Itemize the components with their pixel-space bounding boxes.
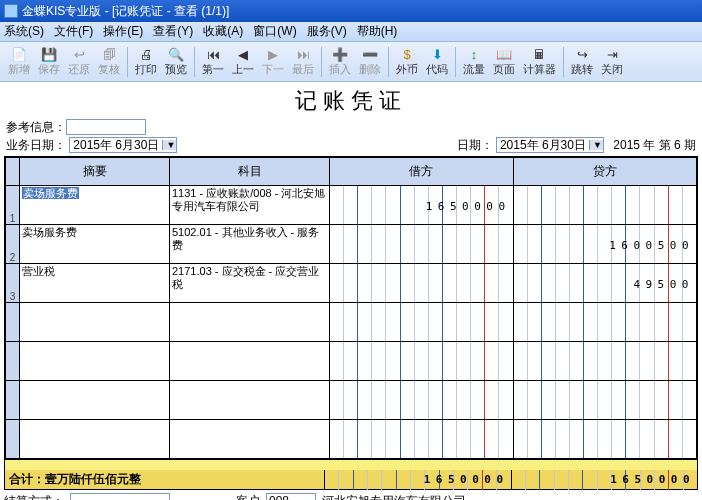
cell-account[interactable] xyxy=(170,381,330,420)
tb-recover: 🗐复核 xyxy=(94,44,124,80)
cell-debit[interactable] xyxy=(330,264,514,303)
tb-page[interactable]: 📖页面 xyxy=(489,44,519,80)
col-credit: 贷方 xyxy=(513,158,697,186)
tb-insert: ➕插入 xyxy=(325,44,355,80)
page-icon: 📖 xyxy=(496,46,512,62)
row-num: 1 xyxy=(6,186,20,225)
chevron-down-icon: ▼ xyxy=(589,140,603,150)
cell-debit[interactable] xyxy=(330,225,514,264)
tb-delete: ➖删除 xyxy=(355,44,385,80)
tb-flow[interactable]: ↕流量 xyxy=(459,44,489,80)
menu-file[interactable]: 文件(F) xyxy=(54,23,93,40)
cell-credit[interactable] xyxy=(513,381,697,420)
tb-first[interactable]: ⏮第一 xyxy=(198,44,228,80)
settle-method-input[interactable] xyxy=(70,493,170,500)
row-num xyxy=(6,303,20,342)
tb-new: 📄新增 xyxy=(4,44,34,80)
cell-debit[interactable] xyxy=(330,420,514,459)
cell-summary[interactable] xyxy=(20,381,170,420)
cell-account[interactable]: 2171.03 - 应交税金 - 应交营业税 xyxy=(170,264,330,303)
tb-calc[interactable]: 🖩计算器 xyxy=(519,44,560,80)
cell-debit[interactable] xyxy=(330,342,514,381)
total-credit: 1650000 xyxy=(512,470,698,489)
period-text: 2015 年 第 6 期 xyxy=(613,138,696,152)
customer-code-input[interactable] xyxy=(266,493,316,500)
cell-account[interactable]: 5102.01 - 其他业务收入 - 服务费 xyxy=(170,225,330,264)
date-label: 日期： xyxy=(457,138,493,152)
restore-icon: ↩ xyxy=(71,46,87,62)
footer: 结算方式： 客户 河北安旭专用汽车有限公司 结算号： 审核： 过账： 制单：Ma… xyxy=(4,492,698,500)
menu-window[interactable]: 窗口(W) xyxy=(253,23,296,40)
cell-summary[interactable] xyxy=(20,342,170,381)
cell-debit[interactable] xyxy=(330,303,514,342)
tb-next: ▶下一 xyxy=(258,44,288,80)
tb-save: 💾保存 xyxy=(34,44,64,80)
settle-method-label: 结算方式： xyxy=(4,493,64,501)
tb-trans[interactable]: ↪跳转 xyxy=(567,44,597,80)
total-label: 合计：壹万陆仟伍佰元整 xyxy=(5,470,325,489)
date-row: 业务日期： 2015年 6月30日▼ 日期： 2015年 6月30日▼ 2015… xyxy=(0,136,702,154)
biz-date-label: 业务日期： xyxy=(6,138,66,152)
app-icon xyxy=(4,4,18,18)
delete-icon: ➖ xyxy=(362,46,378,62)
insert-icon: ➕ xyxy=(332,46,348,62)
cell-summary[interactable] xyxy=(20,420,170,459)
cell-account[interactable] xyxy=(170,420,330,459)
menu-operate[interactable]: 操作(E) xyxy=(103,23,143,40)
tb-print[interactable]: 🖨打印 xyxy=(131,44,161,80)
menu-favorite[interactable]: 收藏(A) xyxy=(203,23,243,40)
cell-summary[interactable]: 卖场服务费 xyxy=(20,186,170,225)
cell-account[interactable]: 1131 - 应收账款/008 - 河北安旭专用汽车有限公司 xyxy=(170,186,330,225)
cell-debit[interactable] xyxy=(330,381,514,420)
cell-credit[interactable]: 49500 xyxy=(513,264,697,303)
voucher-grid: 摘要 科目 借方 贷方 1卖场服务费1131 - 应收账款/008 - 河北安旭… xyxy=(4,156,698,460)
cell-credit[interactable]: 1600500 xyxy=(513,225,697,264)
row-num xyxy=(6,342,20,381)
chevron-down-icon: ▼ xyxy=(162,140,176,150)
window-title: 金蝶KIS专业版 - [记账凭证 - 查看 (1/1)] xyxy=(22,3,229,20)
print-icon: 🖨 xyxy=(138,46,154,62)
prev-icon: ◀ xyxy=(235,46,251,62)
date-select[interactable]: 2015年 6月30日▼ xyxy=(496,137,604,153)
calc-icon: 🖩 xyxy=(532,46,548,62)
save-icon: 💾 xyxy=(41,46,57,62)
col-account: 科目 xyxy=(170,158,330,186)
menubar: 系统(S) 文件(F) 操作(E) 查看(Y) 收藏(A) 窗口(W) 服务(V… xyxy=(0,22,702,42)
row-num: 3 xyxy=(6,264,20,303)
tb-close[interactable]: ⇥关闭 xyxy=(597,44,627,80)
cell-credit[interactable] xyxy=(513,186,697,225)
menu-system[interactable]: 系统(S) xyxy=(4,23,44,40)
document-title: 记账凭证 xyxy=(0,82,702,118)
cell-summary[interactable] xyxy=(20,303,170,342)
ref-row: 参考信息： xyxy=(0,118,702,136)
tb-preview[interactable]: 🔍预览 xyxy=(161,44,191,80)
tb-fc[interactable]: $外币 xyxy=(392,44,422,80)
ref-input[interactable] xyxy=(66,119,146,135)
biz-date-select[interactable]: 2015年 6月30日▼ xyxy=(69,137,177,153)
currency-icon: $ xyxy=(399,46,415,62)
preview-icon: 🔍 xyxy=(168,46,184,62)
menu-service[interactable]: 服务(V) xyxy=(307,23,347,40)
tb-last: ⏭最后 xyxy=(288,44,318,80)
last-icon: ⏭ xyxy=(295,46,311,62)
next-icon: ▶ xyxy=(265,46,281,62)
cell-account[interactable] xyxy=(170,342,330,381)
cell-credit[interactable] xyxy=(513,420,697,459)
new-icon: 📄 xyxy=(11,46,27,62)
cell-debit[interactable]: 1650000 xyxy=(330,186,514,225)
row-num xyxy=(6,420,20,459)
flow-icon: ↕ xyxy=(466,46,482,62)
cell-summary[interactable]: 营业税 xyxy=(20,264,170,303)
cell-account[interactable] xyxy=(170,303,330,342)
menu-help[interactable]: 帮助(H) xyxy=(357,23,398,40)
tb-restore: ↩还原 xyxy=(64,44,94,80)
cell-summary[interactable]: 卖场服务费 xyxy=(20,225,170,264)
menu-view[interactable]: 查看(Y) xyxy=(153,23,193,40)
cell-credit[interactable] xyxy=(513,342,697,381)
col-debit: 借方 xyxy=(330,158,514,186)
tb-prev[interactable]: ◀上一 xyxy=(228,44,258,80)
yellow-strip xyxy=(4,460,698,470)
cell-credit[interactable] xyxy=(513,303,697,342)
customer-label: 客户 xyxy=(236,493,260,501)
tb-code[interactable]: ⬇代码 xyxy=(422,44,452,80)
